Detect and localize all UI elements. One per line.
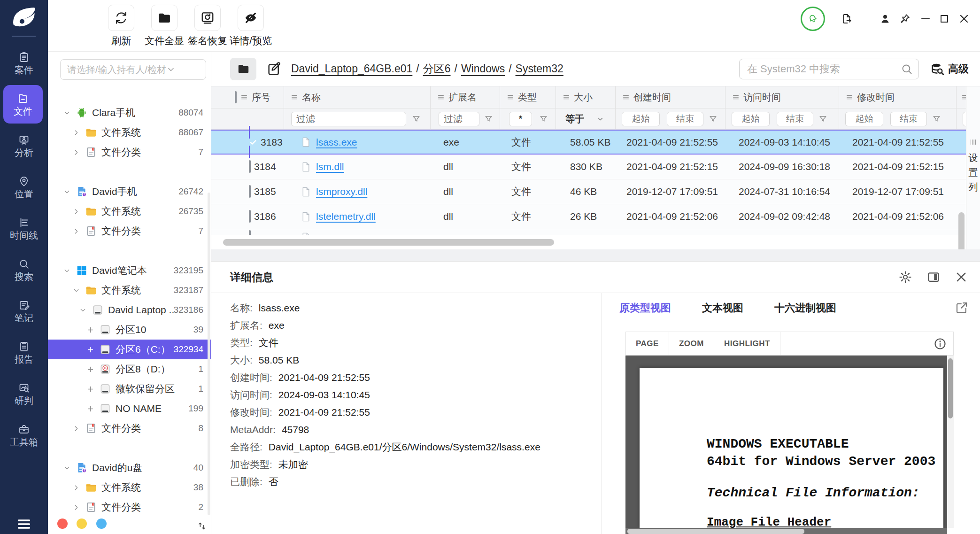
type-filter-input[interactable]: *	[509, 112, 532, 126]
nav-menu-button[interactable]	[16, 516, 32, 532]
tree-node[interactable]: 文件分类7	[48, 221, 211, 241]
advanced-search-button[interactable]: 高级	[930, 62, 969, 76]
sidebar-item-note[interactable]: 笔记	[3, 290, 45, 332]
filter-funnel-icon[interactable]	[932, 115, 941, 124]
column-header[interactable]: 访问时间	[725, 86, 839, 108]
time-end-filter[interactable]: 结束	[667, 112, 703, 126]
chevron-down-icon[interactable]	[63, 464, 73, 472]
toolbar-detail-preview-button[interactable]: 详情/预览	[229, 5, 272, 47]
table-row[interactable]: 3183lsass.exeexe文件58.05 KB2021-04-09 21:…	[211, 130, 980, 155]
chevron-down-icon[interactable]	[63, 188, 73, 196]
tree-node[interactable]: 文件系统88067	[48, 123, 211, 142]
search-input[interactable]	[746, 62, 901, 76]
expand-plus-icon[interactable]	[86, 326, 97, 334]
file-name-link[interactable]: lsm.dll	[316, 161, 344, 172]
tree-node[interactable]: 分区6（C:）322934	[48, 340, 211, 359]
row-checkbox[interactable]	[249, 185, 251, 198]
viewer-hscrollbar[interactable]	[625, 528, 947, 534]
file-name-link[interactable]: lsmproxy.dll	[316, 186, 367, 197]
column-header-seq[interactable]: 序号	[211, 86, 284, 108]
table-vscroll-thumb[interactable]	[958, 212, 965, 249]
row-checkbox[interactable]	[249, 126, 257, 158]
gear-icon[interactable]	[898, 270, 912, 284]
table-hscroll-thumb[interactable]	[223, 239, 554, 246]
filter-funnel-icon[interactable]	[818, 115, 827, 124]
column-header[interactable]: 修改时间	[839, 86, 957, 108]
tree-node[interactable]: B分区8（D:）1	[48, 359, 211, 379]
tree-node[interactable]: David笔记本323195	[48, 261, 211, 280]
tree-node[interactable]: David Laptop ...323186	[48, 300, 211, 320]
sidebar-item-case[interactable]: 案件	[3, 42, 45, 84]
column-header[interactable]: 创建时间	[616, 86, 725, 108]
owner-filter-select[interactable]: 请选择/输入持有人/检材	[60, 59, 206, 80]
panel-resize-icon[interactable]	[197, 521, 207, 531]
toolbar-refresh-button[interactable]: 刷新	[100, 5, 143, 47]
tree-node[interactable]: 分区1039	[48, 320, 211, 340]
split-panel-icon[interactable]	[926, 270, 941, 284]
size-operator-dropdown[interactable]: 等于	[565, 113, 584, 125]
chevron-down-icon[interactable]	[79, 306, 89, 314]
table-row-partial[interactable]	[211, 229, 980, 235]
time-start-filter[interactable]: 起始	[732, 112, 770, 126]
close-details-icon[interactable]	[955, 271, 968, 284]
expand-plus-icon[interactable]	[86, 385, 97, 393]
tree-node[interactable]: Clara手机88074	[48, 103, 211, 123]
edit-path-button[interactable]	[267, 62, 282, 77]
sidebar-item-timeline[interactable]: 时间线	[3, 208, 45, 249]
file-name-link[interactable]: lsass.exe	[316, 137, 357, 148]
export-button[interactable]	[841, 13, 852, 24]
breadcrumb-segment[interactable]: Windows	[461, 62, 505, 75]
tree-scrollbar[interactable]	[208, 193, 210, 515]
toolbar-sig-recover-button[interactable]: 签名恢复	[186, 5, 229, 47]
row-checkbox[interactable]	[249, 230, 251, 235]
sidebar-item-location[interactable]: 位置	[3, 166, 45, 208]
table-row[interactable]: 3186lstelemetry.dlldll文件26 KB2021-04-09 …	[211, 204, 980, 229]
sidebar-item-judge[interactable]: 研判	[3, 373, 45, 414]
viewer-tab-highlight[interactable]: HIGHLIGHT	[714, 332, 780, 355]
file-name-link[interactable]: lstelemetry.dll	[316, 211, 376, 222]
expand-plus-icon[interactable]	[86, 405, 97, 413]
chevron-right-icon[interactable]	[72, 484, 83, 492]
filter-funnel-icon[interactable]	[539, 115, 548, 124]
tree-node[interactable]: 文件分类7	[48, 142, 211, 162]
breadcrumb-segment[interactable]: System32	[516, 62, 563, 75]
chevron-right-icon[interactable]	[72, 227, 83, 235]
sidebar-item-report[interactable]: 报告	[3, 332, 45, 373]
breadcrumb-segment[interactable]: 分区6	[423, 62, 451, 75]
viewer-tab-zoom[interactable]: ZOOM	[669, 332, 714, 355]
sidebar-item-search[interactable]: 搜索	[3, 249, 45, 290]
chevron-right-icon[interactable]	[72, 503, 83, 511]
time-end-filter[interactable]: 结束	[890, 112, 927, 126]
filter-funnel-icon[interactable]	[484, 115, 493, 124]
row-checkbox[interactable]	[249, 210, 251, 223]
time-end-filter[interactable]: 结束	[777, 112, 813, 126]
search-icon[interactable]	[901, 63, 913, 75]
chevron-right-icon[interactable]	[72, 208, 83, 216]
tree-node[interactable]: 文件分类2	[48, 497, 211, 517]
minimize-button[interactable]	[920, 13, 931, 24]
viewer-tab-page[interactable]: PAGE	[626, 332, 669, 355]
open-external-icon[interactable]	[955, 301, 969, 315]
tree-node[interactable]: 文件分类8	[48, 418, 211, 438]
breadcrumb-segment[interactable]: David_Laptop_64GB.e01	[291, 62, 412, 75]
sidebar-item-toolbox[interactable]: 工具箱	[3, 414, 45, 456]
view-tab[interactable]: 文本视图	[702, 301, 743, 315]
chevron-right-icon[interactable]	[72, 129, 83, 137]
chevron-down-icon[interactable]	[72, 286, 83, 294]
viewer-vscrollbar[interactable]	[947, 356, 954, 528]
view-tab[interactable]: 原类型视图	[619, 301, 671, 315]
tree-node[interactable]: NO NAME199	[48, 399, 211, 418]
time-start-filter[interactable]: 起始	[845, 112, 883, 126]
sidebar-item-analysis[interactable]: 分析	[3, 125, 45, 166]
time-start-filter[interactable]: 起始	[622, 112, 660, 126]
filter-funnel-icon[interactable]	[412, 115, 421, 124]
maximize-button[interactable]	[939, 13, 950, 24]
close-button[interactable]	[958, 13, 970, 24]
column-header[interactable]: 类型	[500, 86, 556, 108]
filter-funnel-icon[interactable]	[709, 115, 718, 124]
table-row[interactable]: 3184lsm.dlldll文件830 KB2021-04-09 21:52:1…	[211, 155, 980, 179]
chevron-down-icon[interactable]	[63, 109, 73, 117]
expand-plus-icon[interactable]	[86, 365, 97, 373]
column-header[interactable]: 大小	[556, 86, 616, 108]
column-settings-button[interactable]: 设置列	[966, 86, 980, 249]
